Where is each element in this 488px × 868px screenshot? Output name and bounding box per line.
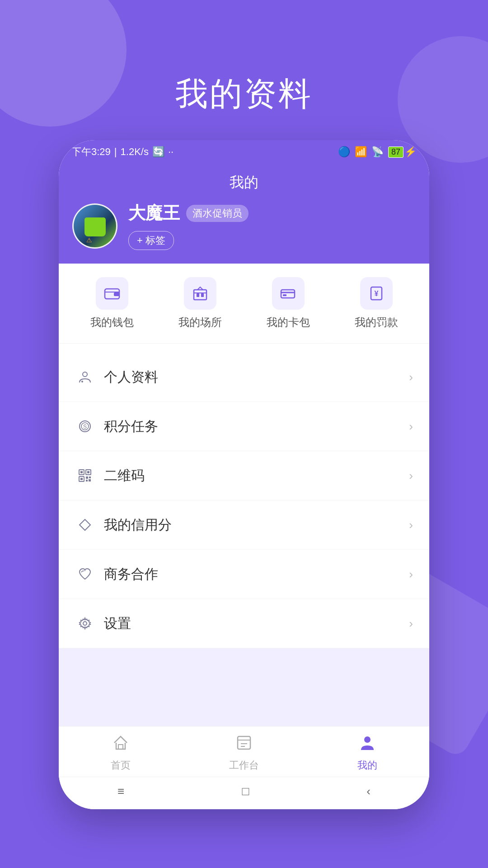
wifi-icon: 📡 [371,146,384,158]
status-dots: ·· [168,146,174,158]
menu-text-points: 积分任务 [104,417,400,436]
battery-level: 87 [388,146,404,158]
menu-text-settings: 设置 [104,614,400,633]
wallet-icon [96,277,128,310]
nav-item-mine[interactable]: 我的 [336,734,399,750]
person-icon [75,367,95,387]
workbench-nav-icon [235,734,253,750]
svg-rect-1 [114,292,119,296]
svg-rect-24 [89,476,91,478]
page-title: 我的资料 [0,72,488,116]
arrow-icon-biz: › [409,567,413,581]
svg-rect-20 [87,471,89,473]
role-badge: 酒水促销员 [186,205,249,222]
svg-point-34 [364,736,371,743]
profile-header-title: 我的 [72,173,416,193]
quick-item-wallet[interactable]: 我的钱包 [90,277,134,330]
tag-button[interactable]: + 标签 [128,231,174,250]
menu-item-qr[interactable]: 二维码 › [59,451,429,500]
signal-icon: 📶 [355,146,367,158]
bluetooth-icon: 🔵 [338,146,350,158]
qr-icon [75,466,95,486]
menu-item-biz[interactable]: 商务合作 › [59,550,429,599]
status-network: | [114,146,117,158]
nav-tabs: 首页 工作台 [59,726,429,750]
mine-nav-icon [358,734,376,750]
quick-label-wallet: 我的钱包 [90,315,134,330]
arrow-icon-credit: › [409,518,413,532]
svg-rect-18 [80,471,83,473]
avatar[interactable] [72,203,117,249]
arrow-icon-qr: › [409,469,413,483]
phone-content: 我的 大魔王 酒水促销员 + 标签 [59,164,429,750]
quick-item-venue[interactable]: 我的场所 [178,277,222,330]
arrow-icon-settings: › [409,617,413,631]
diamond-icon [75,515,95,535]
svg-rect-29 [118,745,123,749]
svg-point-13 [81,381,83,382]
svg-point-12 [83,372,87,377]
svg-rect-23 [86,476,88,479]
avatar-image [74,205,116,247]
svg-point-28 [83,622,87,625]
svg-rect-3 [194,290,206,300]
profile-details: 大魔王 酒水促销员 + 标签 [128,202,416,250]
tag-button-label: + 标签 [137,234,165,247]
svg-rect-26 [89,479,91,481]
phone-scroll[interactable]: 我的 大魔王 酒水促销员 + 标签 [59,164,429,750]
menu-list: 个人资料 › S 积分任务 › [59,353,429,648]
arrow-icon-profile: › [409,370,413,384]
battery-icon: 87 ⚡ [388,146,417,158]
menu-item-settings[interactable]: 设置 › [59,599,429,648]
status-time: 下午3:29 [71,145,111,159]
menu-item-points[interactable]: S 积分任务 › [59,402,429,451]
svg-rect-5 [201,293,204,297]
coin-icon: S [75,416,95,436]
status-right: 🔵 📶 📡 87 ⚡ [338,146,417,158]
svg-text:S: S [83,424,87,430]
status-speed: 1.2K/s [121,146,149,158]
svg-rect-22 [80,478,83,480]
home-nav-icon [112,734,130,750]
heart-icon [75,564,95,584]
status-sync-icon: 🔄 [152,146,164,158]
status-left: 下午3:29 | 1.2K/s 🔄 ·· [71,145,174,159]
charging-icon: ⚡ [404,146,417,158]
svg-rect-4 [197,293,199,297]
svg-rect-30 [238,736,250,749]
menu-item-credit[interactable]: 我的信用分 › [59,500,429,550]
menu-text-biz: 商务合作 [104,565,400,584]
menu-text-credit: 我的信用分 [104,516,400,534]
venue-icon [184,277,216,310]
username-row: 大魔王 酒水促销员 [128,202,416,225]
quick-label-venue: 我的场所 [178,315,222,330]
svg-marker-27 [80,519,90,530]
svg-rect-25 [86,480,88,481]
nav-item-workbench[interactable]: 工作台 [212,734,276,750]
svg-text:¥: ¥ [374,290,378,297]
status-bar: 下午3:29 | 1.2K/s 🔄 ·· 🔵 📶 📡 87 ⚡ [59,140,429,164]
menu-text-qr: 二维码 [104,467,400,485]
phone-mockup: 下午3:29 | 1.2K/s 🔄 ·· 🔵 📶 📡 87 ⚡ 我的 [59,140,429,809]
profile-info: 大魔王 酒水促销员 + 标签 [72,202,416,250]
gear-icon [75,613,95,633]
arrow-icon-points: › [409,420,413,434]
profile-section: 我的 大魔王 酒水促销员 + 标签 [59,164,429,264]
nav-item-home[interactable]: 首页 [89,734,152,750]
wave-decoration [235,280,371,371]
bottom-nav: 首页 工作台 [59,726,429,750]
username: 大魔王 [128,202,180,225]
